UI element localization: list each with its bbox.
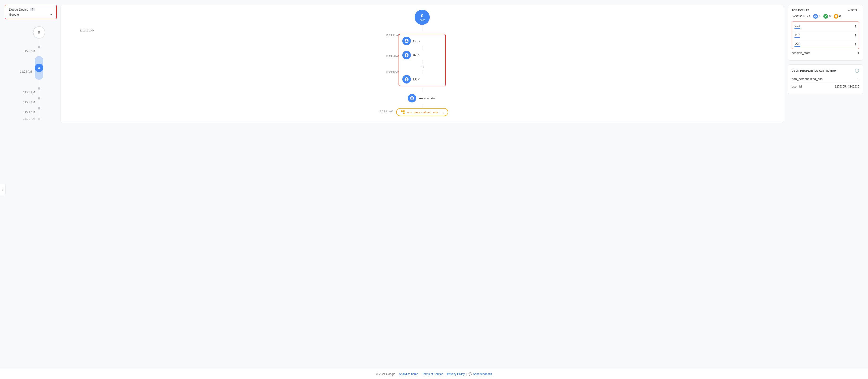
user-prop-user-id-val: 1275305...3802935 bbox=[835, 85, 859, 88]
top-events-title: TOP EVENTS bbox=[792, 9, 809, 11]
session-start-label: session_start bbox=[418, 96, 437, 100]
timeline-top-node: 0 bbox=[33, 26, 45, 46]
timeline-time-5: 11:21 AM bbox=[21, 111, 38, 114]
timeline: 0 11:25 AM 11:24 AM 4 bbox=[16, 26, 45, 120]
badge-green-count: 0 bbox=[829, 15, 831, 18]
event-item-cls[interactable]: CLS bbox=[402, 37, 442, 45]
history-icon[interactable]: 🕐 bbox=[855, 68, 859, 73]
top-event-inp-name: INP bbox=[795, 33, 800, 38]
debug-device-value: Google bbox=[9, 13, 19, 16]
connector-1 bbox=[422, 46, 423, 50]
timeline-dot-4 bbox=[38, 97, 40, 99]
chevron-down-icon bbox=[50, 14, 53, 16]
top-events-header: TOP EVENTS 4 TOTAL bbox=[792, 9, 859, 11]
top-event-cls-count: 1 bbox=[855, 25, 857, 28]
top-events-boxed-list: CLS 1 INP 1 LCP 1 bbox=[792, 22, 859, 49]
badge-green: 0 bbox=[823, 14, 831, 19]
timeline-active-wrap: 4 bbox=[35, 56, 43, 87]
top-event-cls[interactable]: CLS 1 bbox=[792, 22, 859, 31]
user-prop-non-personalized-key: non_personalized_ads bbox=[792, 77, 823, 81]
top-event-lcp-name: LCP bbox=[795, 42, 800, 47]
badge-orange-count: 0 bbox=[839, 15, 841, 18]
timestamp-1b: 11:24:21 AM bbox=[385, 34, 400, 37]
cls-icon bbox=[402, 37, 411, 45]
collapse-sidebar-button[interactable]: › bbox=[0, 184, 6, 195]
flow-line-1 bbox=[422, 25, 423, 31]
timeline-dot-6 bbox=[38, 118, 40, 120]
timeline-line-1 bbox=[39, 38, 39, 46]
timeline-time-4: 11:22 AM bbox=[21, 100, 38, 104]
flow-line-2 bbox=[422, 88, 423, 92]
footer-terms-of-service[interactable]: Terms of Service bbox=[422, 372, 443, 376]
timeline-dot-1 bbox=[38, 46, 40, 49]
session-start-name: session_start bbox=[792, 51, 810, 55]
timeline-time-3: 11:23 AM bbox=[21, 91, 38, 94]
footer-send-feedback[interactable]: Send feedback bbox=[473, 372, 492, 376]
session-start-icon bbox=[408, 94, 416, 103]
badge-blue-count: 4 bbox=[819, 15, 820, 18]
connector-2 bbox=[422, 60, 423, 64]
top-events-total: 4 TOTAL bbox=[848, 9, 859, 11]
footer-copyright: © 2024 Google bbox=[376, 372, 395, 376]
top-event-inp[interactable]: INP 1 bbox=[792, 31, 859, 40]
timeline-active-pill: 4 bbox=[35, 56, 43, 80]
top-event-lcp-count: 1 bbox=[855, 42, 857, 46]
event-item-inp[interactable]: INP bbox=[402, 51, 442, 59]
center-panel: 0 new 11:24:21 AM 11:24:21 AM 11:24:20 A… bbox=[61, 5, 784, 123]
badge-orange: 0 bbox=[834, 14, 841, 19]
timestamp-3: 11:24:12 AM bbox=[385, 70, 400, 74]
top-events-card: TOP EVENTS 4 TOTAL LAST 30 MINS 4 0 bbox=[787, 5, 863, 61]
footer-analytics-home[interactable]: Analytics home bbox=[399, 372, 418, 376]
gap-label: 8s bbox=[421, 65, 424, 69]
user-prop-non-personalized-val: 0 bbox=[858, 77, 859, 81]
timestamp-1: 11:24:21 AM bbox=[80, 29, 94, 32]
chat-icon: 💬 bbox=[468, 372, 472, 376]
event-top-node[interactable]: 0 new bbox=[414, 10, 430, 25]
user-props-title: USER PROPERTIES ACTIVE NOW bbox=[792, 69, 837, 72]
non-personalized-label: non_personalized_ads = ... bbox=[407, 111, 444, 114]
user-prop-user-id: user_id 1275305...3802935 bbox=[792, 83, 859, 90]
user-prop-non-personalized: non_personalized_ads 0 bbox=[792, 75, 859, 83]
user-props-header: USER PROPERTIES ACTIVE NOW 🕐 bbox=[792, 68, 859, 73]
debug-device-row: Debug Device 1 bbox=[9, 7, 53, 11]
inp-label: INP bbox=[413, 53, 418, 57]
event-box-wrapper: 11:24:21 AM 11:24:20 AM 11:24:12 AM CLS bbox=[65, 34, 779, 86]
timeline-line-3 bbox=[39, 80, 39, 87]
session-start-count: 1 bbox=[858, 51, 859, 55]
timeline-dot-5 bbox=[38, 107, 40, 110]
gap-label-wrap: 8s bbox=[402, 65, 442, 69]
debug-device-label: Debug Device bbox=[9, 8, 28, 11]
top-events-subtitle-row: LAST 30 MINS 4 0 0 bbox=[792, 14, 859, 19]
top-event-cls-name: CLS bbox=[795, 24, 800, 29]
timeline-dot-3-wrap bbox=[38, 87, 40, 97]
badge-green-circle bbox=[823, 14, 828, 19]
debug-device-select[interactable]: Google bbox=[9, 13, 53, 16]
debug-device-box: Debug Device 1 Google bbox=[5, 5, 57, 19]
timeline-line-6 bbox=[39, 110, 39, 117]
top-event-lcp[interactable]: LCP 1 bbox=[792, 40, 859, 49]
footer-privacy-policy[interactable]: Privacy Policy bbox=[447, 372, 465, 376]
left-panel: Debug Device 1 Google 0 bbox=[5, 5, 57, 120]
timeline-active-dot[interactable]: 4 bbox=[35, 64, 43, 72]
timeline-time-1: 11:25 AM bbox=[21, 50, 38, 53]
non-personalized-badge[interactable]: non_personalized_ads = ... bbox=[396, 108, 448, 116]
timeline-dot-5-wrap bbox=[38, 107, 40, 117]
user-prop-user-id-key: user_id bbox=[792, 85, 802, 88]
timeline-time-2: 11:24 AM bbox=[18, 70, 35, 74]
top-event-session-start[interactable]: session_start 1 bbox=[792, 49, 859, 57]
timeline-time-6: 11:20 AM bbox=[21, 117, 38, 120]
badge-blue-circle bbox=[813, 14, 818, 19]
timeline-top-circle: 0 bbox=[33, 26, 45, 38]
inp-icon bbox=[402, 51, 411, 59]
event-item-lcp[interactable]: LCP bbox=[402, 75, 442, 84]
event-top-label: new bbox=[420, 19, 425, 21]
user-properties-card: USER PROPERTIES ACTIVE NOW 🕐 non_persona… bbox=[787, 64, 863, 94]
right-panel: TOP EVENTS 4 TOTAL LAST 30 MINS 4 0 bbox=[787, 5, 863, 94]
non-personalized-row: 11:24:11 AM non_personalized_ads = ... bbox=[65, 108, 779, 116]
timeline-dot-4-wrap bbox=[38, 97, 40, 107]
timeline-dot-6-wrap bbox=[38, 118, 40, 120]
session-start-row[interactable]: session_start bbox=[408, 94, 437, 103]
debug-device-badge: 1 bbox=[30, 7, 35, 11]
timeline-line-5 bbox=[39, 99, 39, 107]
timeline-line-2 bbox=[39, 49, 39, 56]
